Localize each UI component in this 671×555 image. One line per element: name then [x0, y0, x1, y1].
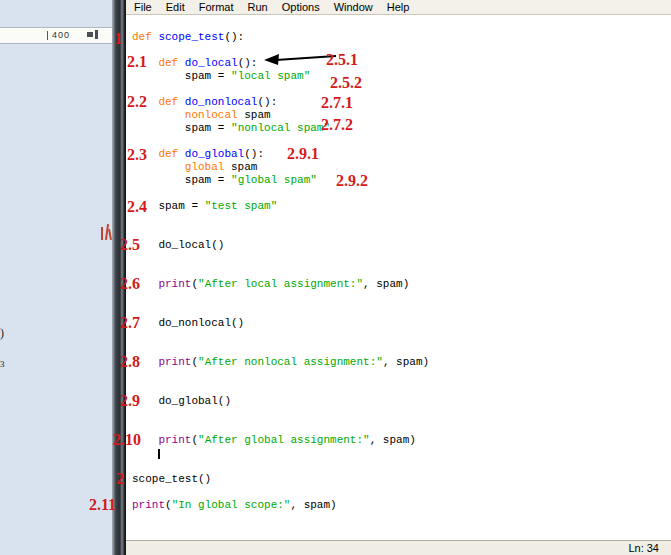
code-line: def do_nonlocal(): [132, 96, 667, 109]
background-window[interactable]: 400 ) 3 [0, 0, 112, 555]
line-indicator: Ln: 34 [628, 542, 659, 554]
code-line: print("After nonlocal assignment:", spam… [132, 356, 667, 369]
code-line [132, 460, 667, 473]
code-line [132, 343, 667, 356]
code-line [132, 447, 667, 460]
code-line: print("In global scope:", spam) [132, 499, 667, 512]
idle-editor-window: FileEditFormatRunOptionsWindowHelp def s… [125, 0, 671, 555]
code-line [132, 135, 667, 148]
code-line [132, 304, 667, 317]
code-line: nonlocal spam [132, 109, 667, 122]
code-line: do_local() [132, 239, 667, 252]
screenshot-root: 400 ) 3 FileEditFormatRunOptionsWindowHe… [0, 0, 671, 555]
ruler-margin-line [47, 31, 48, 40]
code-line: spam = "nonlocal spam" [132, 122, 667, 135]
code-line [132, 486, 667, 499]
code-line: global spam [132, 161, 667, 174]
code-line [132, 252, 667, 265]
code-line [132, 369, 667, 382]
code-line: do_global() [132, 395, 667, 408]
code-line: def do_global(): [132, 148, 667, 161]
code-line: print("After global assignment:", spam) [132, 434, 667, 447]
code-line: spam = "test spam" [132, 200, 667, 213]
code-line: def scope_test(): [132, 31, 667, 44]
code-line [132, 291, 667, 304]
code-line: def do_local(): [132, 57, 667, 70]
menu-bar: FileEditFormatRunOptionsWindowHelp [126, 0, 671, 15]
menu-options[interactable]: Options [275, 1, 327, 14]
indent-marker [95, 30, 98, 39]
text-caret [158, 449, 160, 459]
menu-edit[interactable]: Edit [159, 1, 192, 14]
code-line [132, 187, 667, 200]
menu-help[interactable]: Help [380, 1, 417, 14]
code-area[interactable]: def scope_test(): def do_local(): spam =… [126, 15, 671, 540]
code-line [132, 330, 667, 343]
text-fragment: 3 [0, 359, 5, 369]
code-line [132, 408, 667, 421]
ruler: 400 [0, 27, 112, 44]
code-line [132, 83, 667, 96]
code-line [132, 44, 667, 57]
code-line: print("After local assignment:", spam) [132, 278, 667, 291]
code-line [132, 421, 667, 434]
code-line: do_nonlocal() [132, 317, 667, 330]
menu-run[interactable]: Run [241, 1, 275, 14]
code-line: spam = "global spam" [132, 174, 667, 187]
code-line [132, 382, 667, 395]
code-line [132, 226, 667, 239]
status-bar: Ln: 34 [126, 540, 671, 555]
code-line: scope_test() [132, 473, 667, 486]
code-line [132, 213, 667, 226]
indent-marker [87, 32, 93, 37]
window-edge-divider[interactable] [112, 0, 125, 555]
menu-format[interactable]: Format [192, 1, 241, 14]
code-line [132, 265, 667, 278]
red-mark-fragment [100, 224, 112, 241]
menu-file[interactable]: File [127, 1, 159, 14]
code-line: spam = "local spam" [132, 70, 667, 83]
text-fragment: ) [0, 326, 4, 341]
ruler-label: 400 [52, 30, 70, 40]
menu-window[interactable]: Window [327, 1, 380, 14]
